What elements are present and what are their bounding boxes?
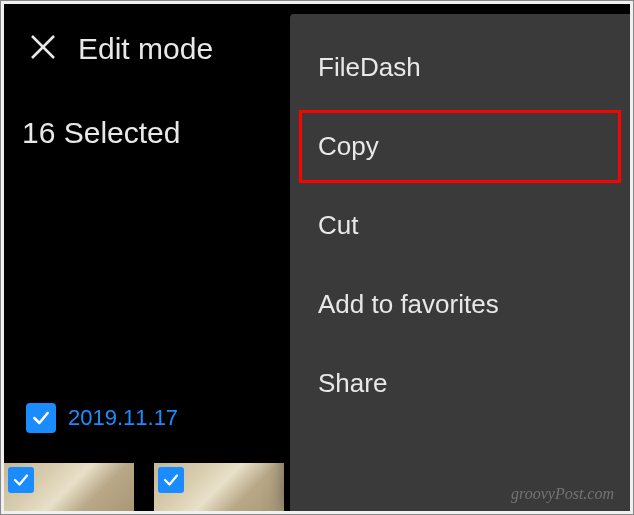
thumbnail[interactable] [154, 463, 284, 511]
menu-item-share[interactable]: Share [290, 344, 630, 423]
context-menu: FileDash Copy Cut Add to favorites Share [290, 14, 630, 511]
date-label: 2019.11.17 [68, 405, 178, 431]
menu-item-add-to-favorites[interactable]: Add to favorites [290, 265, 630, 344]
menu-item-copy[interactable]: Copy [296, 107, 624, 186]
close-icon[interactable] [30, 34, 56, 65]
watermark: groovyPost.com [511, 485, 614, 503]
date-checkbox[interactable] [26, 403, 56, 433]
menu-item-filedash[interactable]: FileDash [290, 28, 630, 107]
page-title: Edit mode [78, 32, 213, 66]
thumbnail[interactable] [4, 463, 134, 511]
app-screen: Edit mode 16 Selected 2019.11.17 [4, 4, 630, 511]
thumbnail-checkbox[interactable] [158, 467, 184, 493]
thumbnail-checkbox[interactable] [8, 467, 34, 493]
date-group-row[interactable]: 2019.11.17 [26, 403, 178, 433]
thumbnail-strip [4, 463, 284, 511]
menu-item-cut[interactable]: Cut [290, 186, 630, 265]
